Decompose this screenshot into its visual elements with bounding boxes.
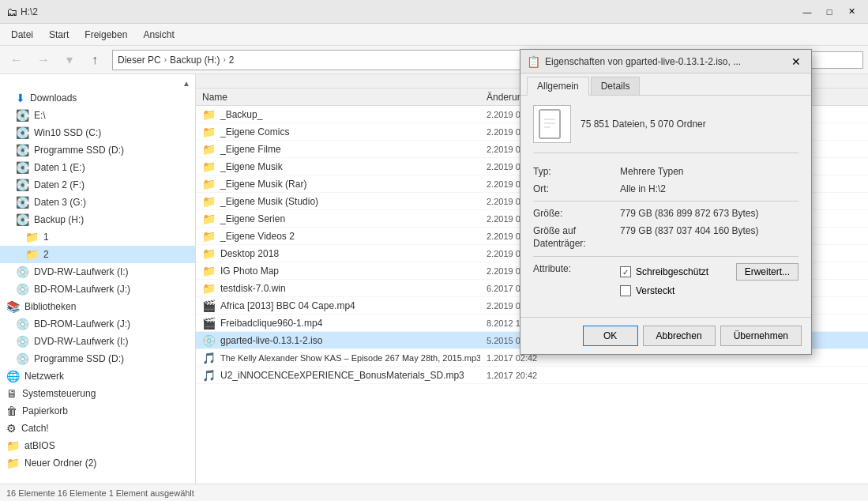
prop-groesse-datentraeger: Größe aufDatenträger: 779 GB (837 037 40… <box>533 225 798 250</box>
dialog-title: Eigenschaften von gparted-live-0.13.1-2.… <box>545 56 787 67</box>
file-count: 75 851 Dateien, 5 070 Ordner <box>581 119 706 130</box>
dialog-title-bar: 📋 Eigenschaften von gparted-live-0.13.1-… <box>520 50 811 73</box>
attr-versteckt: Versteckt <box>620 285 798 296</box>
prop-groesse: Größe: 779 GB (836 899 872 673 Bytes) <box>533 208 798 219</box>
dialog-close-button[interactable]: ✕ <box>787 54 805 70</box>
cancel-button[interactable]: Abbrechen <box>643 326 716 346</box>
prop-typ: Typ: Mehrere Typen <box>533 166 798 177</box>
ok-button[interactable]: OK <box>583 326 638 346</box>
apply-button[interactable]: Übernehmen <box>720 326 802 346</box>
checkbox-versteckt[interactable] <box>620 285 631 296</box>
dialog-tabs: Allgemein Details <box>520 73 811 96</box>
attr-schreibgeschuetzt-label: Schreibgeschützt <box>636 266 708 277</box>
prop-separator2 <box>533 256 798 257</box>
svg-rect-0 <box>539 110 560 138</box>
properties-dialog: 📋 Eigenschaften von gparted-live-0.13.1-… <box>520 49 812 355</box>
attr-versteckt-label: Versteckt <box>636 285 674 296</box>
tab-details[interactable]: Details <box>591 77 641 95</box>
attr-schreibgeschuetzt: Schreibgeschützt Erweitert... <box>620 263 798 281</box>
dialog-footer: OK Abbrechen Übernehmen <box>520 317 811 354</box>
file-preview-area: 75 851 Dateien, 5 070 Ordner <box>533 105 798 153</box>
dialog-icon: 📋 <box>527 55 540 68</box>
prop-separator <box>533 201 798 202</box>
checkbox-schreibgeschuetzt[interactable] <box>620 266 631 277</box>
extended-button[interactable]: Erweitert... <box>736 263 798 281</box>
file-preview-icon <box>533 105 571 143</box>
dialog-body: 75 851 Dateien, 5 070 Ordner Typ: Mehrer… <box>520 96 811 317</box>
prop-ort: Ort: Alle in H:\2 <box>533 183 798 194</box>
attributes-row: Attribute: Schreibgeschützt Erweitert...… <box>533 263 798 301</box>
tab-allgemein[interactable]: Allgemein <box>527 77 589 96</box>
dialog-overlay: 📋 Eigenschaften von gparted-live-0.13.1-… <box>0 0 868 501</box>
